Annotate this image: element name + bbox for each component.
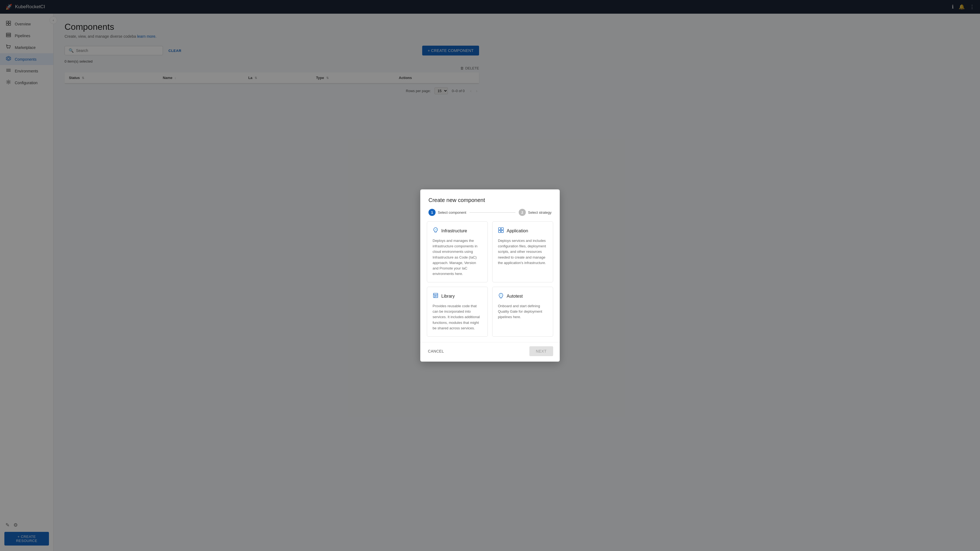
dialog-title: Create new component: [428, 197, 490, 203]
infrastructure-icon: [433, 227, 439, 235]
card-infrastructure-title: Infrastructure: [441, 229, 467, 233]
dialog-header: Create new component 1 Select component …: [420, 189, 490, 221]
stepper: 1 Select component 2 Select strategy: [428, 209, 490, 216]
component-cards-grid: Infrastructure Deploys and manages the i…: [427, 221, 490, 275]
modal-overlay[interactable]: Create new component 1 Select component …: [0, 0, 490, 275]
card-infrastructure-desc: Deploys and manages the infrastructure c…: [433, 238, 482, 275]
create-component-dialog: Create new component 1 Select component …: [420, 189, 490, 275]
dialog-body: Infrastructure Deploys and manages the i…: [420, 221, 490, 275]
card-infrastructure[interactable]: Infrastructure Deploys and manages the i…: [427, 221, 488, 275]
step-1-label: Select component: [438, 210, 466, 214]
step-1-circle: 1: [428, 209, 436, 216]
step-1: 1 Select component: [428, 209, 466, 216]
step-connector: [469, 212, 490, 213]
